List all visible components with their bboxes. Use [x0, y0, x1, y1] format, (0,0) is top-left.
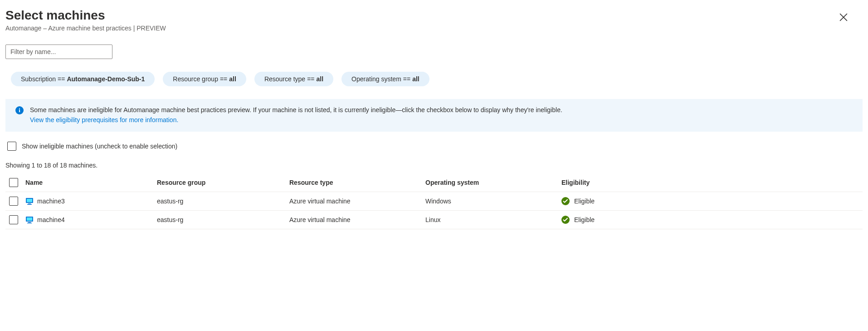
- show-ineligible-row: Show ineligible machines (uncheck to ena…: [5, 142, 863, 151]
- col-eligibility[interactable]: Eligibility: [561, 179, 863, 186]
- pill-op: ==: [403, 75, 410, 83]
- filter-pill-operating-system[interactable]: Operating system == all: [341, 72, 429, 86]
- filter-input[interactable]: [5, 44, 112, 59]
- filter-pills: Subscription == Automanage-Demo-Sub-1 Re…: [5, 72, 863, 86]
- col-name[interactable]: Name: [25, 179, 157, 186]
- svg-rect-10: [27, 222, 32, 223]
- cell-rt: Azure virtual machine: [289, 216, 425, 223]
- cell-rg: eastus-rg: [157, 216, 289, 223]
- row-checkbox[interactable]: [9, 215, 18, 224]
- machine-name: machine3: [37, 198, 65, 205]
- eligibility-text: Eligible: [574, 216, 595, 223]
- pill-label: Resource group: [173, 75, 218, 83]
- info-icon: i: [15, 106, 24, 114]
- results-count: Showing 1 to 18 of 18 machines.: [5, 162, 863, 169]
- info-link[interactable]: View the eligibility prerequisites for m…: [30, 116, 178, 124]
- table-row: machine3 eastus-rg Azure virtual machine…: [5, 192, 863, 211]
- info-text: Some machines are ineligible for Automan…: [30, 105, 562, 125]
- cell-eligibility: Eligible: [561, 216, 863, 224]
- check-circle-icon: [561, 216, 570, 224]
- info-message: Some machines are ineligible for Automan…: [30, 106, 562, 114]
- page-subtitle: Automanage – Azure machine best practice…: [5, 25, 863, 32]
- cell-eligibility: Eligible: [561, 197, 863, 205]
- cell-rt: Azure virtual machine: [289, 198, 425, 205]
- pill-op: ==: [58, 75, 65, 83]
- filter-pill-subscription[interactable]: Subscription == Automanage-Demo-Sub-1: [11, 72, 155, 86]
- pill-value: all: [317, 75, 324, 83]
- select-all-checkbox[interactable]: [9, 178, 18, 187]
- machines-table: Name Resource group Resource type Operat…: [5, 173, 863, 229]
- svg-rect-3: [27, 199, 32, 202]
- pill-value: all: [412, 75, 419, 83]
- col-resource-type[interactable]: Resource type: [289, 179, 425, 186]
- pill-label: Resource type: [264, 75, 305, 83]
- svg-rect-9: [28, 222, 31, 223]
- svg-rect-8: [27, 217, 32, 221]
- cell-name[interactable]: machine4: [25, 216, 157, 224]
- close-button[interactable]: [837, 11, 850, 24]
- machine-name: machine4: [37, 216, 65, 223]
- info-banner: i Some machines are ineligible for Autom…: [5, 99, 863, 131]
- close-icon: [839, 13, 848, 21]
- col-resource-group[interactable]: Resource group: [157, 179, 289, 186]
- cell-os: Windows: [425, 198, 561, 205]
- svg-rect-4: [28, 203, 31, 204]
- select-machines-panel: Select machines Automanage – Azure machi…: [0, 0, 868, 229]
- show-ineligible-label: Show ineligible machines (uncheck to ena…: [22, 143, 177, 150]
- pill-op: ==: [307, 75, 314, 83]
- table-header: Name Resource group Resource type Operat…: [5, 173, 863, 192]
- pill-label: Operating system: [351, 75, 401, 83]
- pill-value: all: [229, 75, 236, 83]
- table-row: machine4 eastus-rg Azure virtual machine…: [5, 211, 863, 229]
- vm-icon: [25, 216, 34, 224]
- check-circle-icon: [561, 197, 570, 205]
- cell-name[interactable]: machine3: [25, 197, 157, 205]
- cell-rg: eastus-rg: [157, 198, 289, 205]
- filter-pill-resource-type[interactable]: Resource type == all: [254, 72, 333, 86]
- filter-pill-resource-group[interactable]: Resource group == all: [163, 72, 246, 86]
- show-ineligible-checkbox[interactable]: [7, 142, 16, 151]
- row-checkbox[interactable]: [9, 197, 18, 206]
- svg-rect-5: [27, 204, 32, 205]
- vm-icon: [25, 197, 34, 205]
- pill-op: ==: [220, 75, 227, 83]
- col-operating-system[interactable]: Operating system: [425, 179, 561, 186]
- page-title: Select machines: [5, 7, 863, 24]
- cell-os: Linux: [425, 216, 561, 223]
- pill-value: Automanage-Demo-Sub-1: [67, 75, 145, 83]
- pill-label: Subscription: [21, 75, 56, 83]
- eligibility-text: Eligible: [574, 198, 595, 205]
